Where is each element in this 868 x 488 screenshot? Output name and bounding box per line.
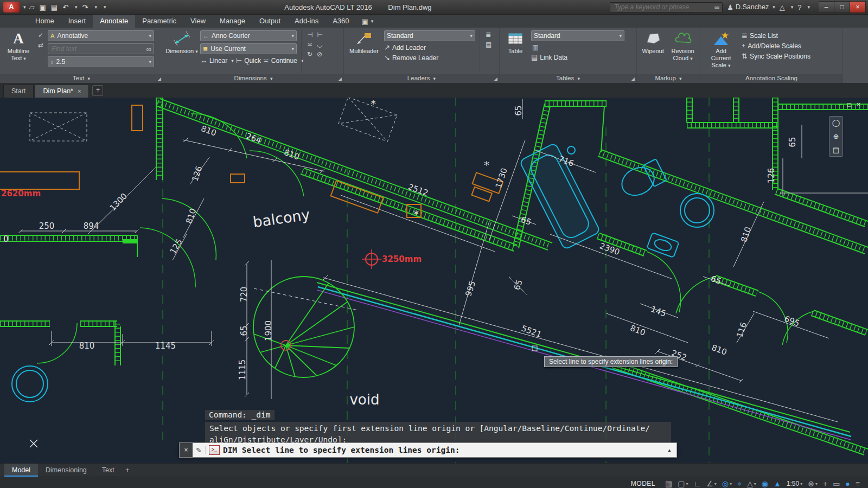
ribbon-tab-view[interactable]: View [183, 15, 213, 28]
extract-data-icon[interactable]: ▥ [531, 43, 539, 51]
arc-length-icon[interactable]: ◡ [316, 41, 323, 48]
mleader-style-combo[interactable]: Standard ▾ [384, 30, 475, 41]
command-customize-icon[interactable]: ✎ [193, 446, 206, 454]
panel-label-text[interactable]: Text ▾ ◢ [0, 74, 163, 83]
save-icon[interactable]: ▣ [40, 3, 46, 11]
help-search-box[interactable]: ∞ [610, 2, 723, 12]
dimension-button[interactable]: Dimension▾ [167, 30, 197, 55]
dim-inspect-icon[interactable]: ⊘ [316, 50, 323, 58]
pan-icon[interactable]: ▤ [833, 146, 839, 154]
link-data-button[interactable]: ▤ Link Data [531, 53, 624, 61]
navigation-wheel-icon[interactable]: ◯ [832, 119, 840, 127]
adjust-space-icon[interactable]: ⊢ [316, 31, 323, 38]
ribbon-tab-parametric[interactable]: Parametric [135, 15, 183, 28]
a360-sync-icon[interactable]: △ [780, 3, 785, 11]
table-button[interactable]: Table [503, 30, 528, 55]
help-search-input[interactable] [613, 3, 714, 11]
panel-label-leaders[interactable]: Leaders ▾ ◢ [344, 74, 499, 83]
annotation-visibility-icon[interactable]: ◉ [759, 479, 771, 488]
isodraft-icon[interactable]: △▾ [744, 479, 759, 488]
autocad-logo[interactable]: A [3, 2, 20, 12]
revision-cloud-button[interactable]: Revision Cloud▾ [669, 30, 697, 62]
table-style-combo[interactable]: Standard ▾ [531, 30, 624, 41]
object-snap-tracking-icon[interactable]: ⌖ [735, 479, 744, 488]
customization-icon[interactable]: ≡ [853, 479, 863, 488]
graphics-performance-icon[interactable]: ▭ [830, 479, 843, 488]
dialog-launcher-icon[interactable]: ◢ [339, 74, 342, 84]
undo-icon[interactable]: ↶ [62, 3, 68, 11]
sign-in-button[interactable]: ♟ D.Sanchez ▾ [727, 3, 775, 11]
ribbon-tab-addins[interactable]: Add-ins [288, 15, 326, 28]
redo-icon[interactable]: ↷ [82, 3, 88, 11]
help-icon[interactable]: ? [797, 3, 801, 11]
multiline-text-button[interactable]: A Multiline Text▾ [3, 30, 34, 62]
annotation-scale-button[interactable]: 1:50▾ [784, 480, 805, 487]
close-button[interactable]: × [850, 1, 866, 13]
find-replace-icon[interactable]: ⇄ [37, 41, 44, 49]
collect-leaders-icon[interactable]: ▤ [484, 41, 493, 48]
drawing-canvas[interactable]: 8102648101261300025089481012525121730716… [0, 98, 868, 463]
ribbon-tab-output[interactable]: Output [252, 15, 288, 28]
workspace-switching-icon[interactable]: ⊛▾ [805, 479, 820, 488]
text-style-combo[interactable]: A Annotative ▾ [48, 30, 154, 41]
panel-label-annotation-scaling[interactable]: Annotation Scaling [700, 74, 843, 83]
add-leader-button[interactable]: ↗ Add Leader [384, 43, 475, 52]
ribbon-tab-manage[interactable]: Manage [213, 15, 252, 28]
panel-label-tables[interactable]: Tables ▾ ◢ [500, 74, 636, 83]
quick-dim-button[interactable]: ⊢ Quick [236, 56, 261, 65]
undo-caret-icon[interactable]: ▾ [75, 4, 78, 10]
navigation-bar[interactable]: ◯ ⊕ ▤ [829, 116, 843, 157]
scale-list-button[interactable]: ≣ Scale List [742, 31, 810, 40]
dialog-launcher-icon[interactable]: ◢ [494, 74, 497, 84]
dim-update-icon[interactable]: ↻ [306, 50, 314, 58]
text-height-combo[interactable]: ↕ 2.5 ▾ [48, 56, 154, 67]
ortho-icon[interactable]: ∟ [691, 479, 704, 488]
viewport-minimize-icon[interactable]: – [838, 101, 842, 108]
snap-icon[interactable]: ▢▾ [675, 479, 691, 488]
panel-label-markup[interactable]: Markup ▾ [637, 74, 700, 83]
ribbon-tab-insert[interactable]: Insert [61, 15, 93, 28]
command-close-icon[interactable]: × [180, 443, 193, 457]
find-text-box[interactable]: ∞ [48, 43, 154, 54]
panel-label-dimensions[interactable]: Dimensions ▾ ◢ [163, 74, 343, 83]
new-drawing-tab-button[interactable]: + [92, 85, 103, 96]
dialog-launcher-icon[interactable]: ◢ [158, 74, 161, 84]
restore-button[interactable]: □ [834, 1, 850, 13]
ribbon-tab-a360[interactable]: A360 [326, 15, 356, 28]
add-current-scale-button[interactable]: ★ Add Current Scale▾ [704, 30, 738, 69]
find-text-input[interactable] [50, 44, 146, 53]
dim-jog-line-icon[interactable]: ≍ [306, 41, 314, 48]
plot-icon[interactable]: ▤ [51, 3, 58, 11]
zoom-icon[interactable]: ⊕ [833, 132, 839, 140]
recent-commands-icon[interactable]: ▲ [662, 447, 676, 453]
linear-dim-button[interactable]: ↔ Linear ▾ [200, 56, 234, 65]
autoscale-icon[interactable]: ▲ [771, 479, 784, 488]
command-input[interactable]: DIM Select line to specify extension lin… [223, 446, 662, 454]
layout-tab-dimensioning[interactable]: Dimensioning [38, 464, 94, 477]
dim-style-combo[interactable]: ↔ Anno Courier ▾ [200, 30, 297, 41]
wipeout-button[interactable]: Wipeout [640, 30, 666, 55]
dimension-break-icon[interactable]: ⊣ [306, 31, 314, 38]
open-icon[interactable]: ▱ [29, 3, 35, 11]
minimize-button[interactable]: – [819, 1, 834, 13]
viewport-restore-icon[interactable]: □ [847, 101, 851, 108]
multileader-button[interactable]: Multileader [347, 30, 381, 55]
command-bar[interactable]: × ✎ >_ DIM Select line to specify extens… [179, 442, 677, 458]
redo-caret-icon[interactable]: ▾ [94, 4, 97, 10]
align-leaders-icon[interactable]: ≣ [484, 31, 493, 38]
annotation-monitor-icon[interactable]: + [820, 479, 830, 488]
dialog-launcher-icon[interactable]: ◢ [631, 74, 635, 84]
file-tab-start[interactable]: Start [3, 85, 34, 98]
grid-icon[interactable]: ▦ [662, 479, 675, 488]
new-layout-button[interactable]: + [122, 464, 133, 477]
sync-scale-positions-button[interactable]: ⇅ Sync Scale Positions [742, 52, 810, 60]
binoculars-icon[interactable]: ∞ [714, 3, 719, 11]
layout-tab-text[interactable]: Text [94, 464, 122, 477]
polar-tracking-icon[interactable]: ∠▾ [704, 479, 719, 488]
model-space-button[interactable]: MODEL [626, 480, 661, 487]
check-spelling-icon[interactable]: ✓ [37, 31, 44, 39]
ribbon-tab-home[interactable]: Home [28, 15, 61, 28]
layout-tab-model[interactable]: Model [4, 464, 38, 477]
remove-leader-button[interactable]: ↘ Remove Leader [384, 54, 475, 62]
performance-indicator[interactable]: ● [843, 479, 852, 488]
